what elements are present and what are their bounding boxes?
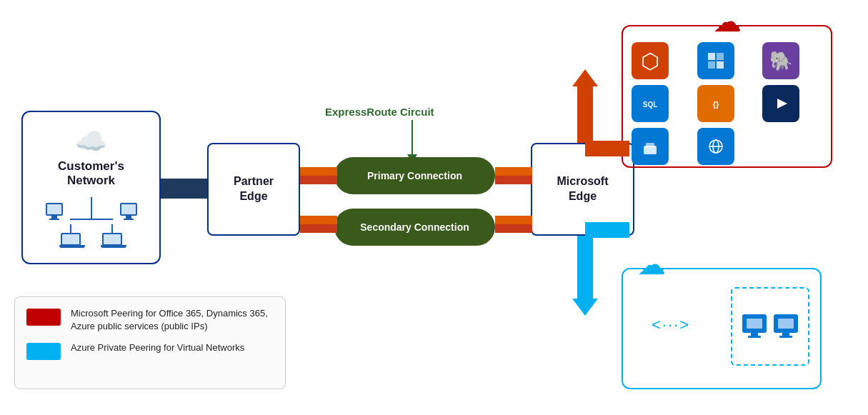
arrow-down-head (572, 299, 598, 316)
customer-cloud-icon: ☁️ (75, 126, 107, 156)
orange-left-top-upper (300, 167, 337, 176)
orange-right-bot-lower (495, 224, 532, 233)
svg-rect-2 (717, 53, 724, 60)
office-cloud-icon: ☁ (713, 5, 742, 38)
legend-box: Microsoft Peering for Office 365, Dynami… (14, 296, 286, 389)
customer-network-box: ☁️ Customer'sNetwork (21, 111, 161, 264)
arrow-down-vertical (577, 236, 593, 300)
er-arrow (407, 120, 417, 163)
hdinsight-icon: 🐘 (762, 42, 799, 79)
diagram: ☁️ Customer'sNetwork (0, 0, 868, 415)
vm-icon-2 (772, 313, 799, 340)
svg-text:SQL: SQL (643, 101, 658, 109)
office365-box: ☁ ⬡ 🐘 SQL (622, 25, 832, 168)
orange-right-top-lower (495, 176, 532, 184)
legend-item-blue: Azure Private Peering for Virtual Networ… (26, 341, 274, 360)
network-computers-icon (46, 197, 137, 246)
office365-icon: ⬡ (632, 42, 669, 79)
svg-rect-24 (782, 333, 789, 336)
arrow-up-head (572, 69, 598, 86)
svg-rect-1 (708, 53, 715, 60)
customer-to-partner-connector (161, 179, 207, 199)
monitor-icon-2 (120, 203, 137, 216)
azure-cloud-icon: ☁ (637, 248, 666, 281)
svg-rect-19 (747, 319, 762, 329)
orange-left-bot-lower (300, 224, 337, 233)
vm-icon-1 (741, 313, 768, 340)
sql-icon: SQL (632, 85, 669, 122)
partner-edge-box: PartnerEdge (207, 143, 300, 236)
partner-edge-label: PartnerEdge (234, 174, 274, 204)
arrow-right-horizontal-up (585, 141, 629, 156)
azure-private-box: ☁ <···> (622, 268, 822, 389)
svg-rect-20 (751, 333, 758, 336)
media-services-icon (762, 85, 799, 122)
laptop-icon-2 (102, 233, 122, 246)
cdn-icon (697, 128, 734, 165)
storage-icon (632, 128, 669, 165)
svg-rect-21 (748, 336, 761, 338)
secondary-connection-capsule: Secondary Connection (334, 209, 495, 246)
primary-connection-label: Primary Connection (367, 170, 462, 181)
vm-icons (741, 313, 799, 340)
svg-rect-25 (779, 336, 792, 338)
secondary-connection-label: Secondary Connection (360, 221, 469, 233)
svg-text:{}: {} (712, 100, 719, 109)
blob-storage-icon: {} (697, 85, 734, 122)
monitor-icon (46, 203, 63, 216)
orange-left-bot-upper (300, 216, 337, 224)
svg-rect-23 (778, 319, 794, 329)
arrow-up-vertical (577, 84, 593, 143)
legend-text-red: Microsoft Peering for Office 365, Dynami… (71, 307, 274, 333)
legend-color-blue (26, 343, 61, 360)
orange-right-bot-upper (495, 216, 532, 224)
laptop-icon (61, 233, 81, 246)
office-icons-grid: ⬡ 🐘 SQL (632, 42, 822, 165)
legend-color-red (26, 309, 61, 326)
primary-connection-capsule: Primary Connection (334, 157, 495, 194)
orange-right-top-upper (495, 167, 532, 176)
customer-label: Customer'sNetwork (58, 159, 124, 189)
legend-text-blue: Azure Private Peering for Virtual Networ… (71, 341, 244, 354)
legend-item-red: Microsoft Peering for Office 365, Dynami… (26, 307, 274, 333)
svg-rect-13 (646, 143, 654, 147)
peering-dots: <···> (652, 316, 690, 334)
svg-rect-3 (708, 61, 715, 69)
ms-edge-label: MicrosoftEdge (557, 174, 609, 204)
er-circuit-label: ExpressRoute Circuit (325, 106, 434, 119)
vnet-box (731, 287, 809, 366)
azure-table-icon (697, 42, 734, 79)
orange-left-top-lower (300, 176, 337, 184)
svg-rect-4 (717, 61, 724, 69)
